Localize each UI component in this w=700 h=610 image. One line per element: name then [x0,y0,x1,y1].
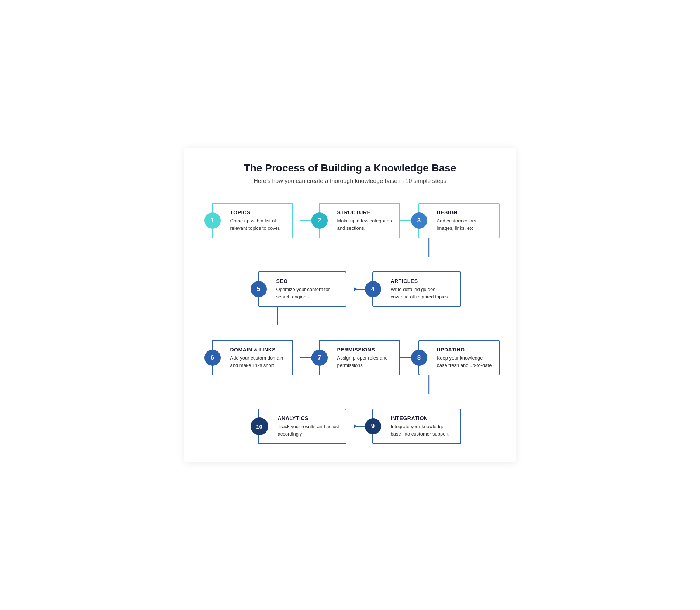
step-2-desc: Make up a few categories and sections. [337,217,393,232]
step-1-title: TOPICS [230,209,286,215]
badge-9: 9 [365,418,381,434]
row-2: 5 SEO Optimize your content for search e… [199,271,501,307]
step-card-3: 3 DESIGN Add custom colors, images, link… [418,203,500,238]
step-3-title: DESIGN [437,209,493,215]
page-title: The Process of Building a Knowledge Base [199,162,501,174]
step-5-title: SEO [276,278,340,284]
step-card-2: 2 STRUCTURE Make up a few categories and… [319,203,400,238]
badge-8: 8 [411,350,427,366]
header: The Process of Building a Knowledge Base… [199,162,501,184]
main-container: The Process of Building a Knowledge Base… [184,148,516,462]
step-card-9: 9 INTEGRATION Integrate your knowledge b… [372,409,461,444]
step-5-desc: Optimize your content for search engines [276,286,340,300]
step-card-5: 5 SEO Optimize your content for search e… [258,271,346,307]
step-10-title: ANALYTICS [278,415,340,421]
step-card-8: 8 UPDATING Keep your knowledge base fres… [418,340,500,375]
step-card-1: 1 TOPICS Come up with a list of relevant… [212,203,293,238]
step-9-desc: Integrate your knowledge base into custo… [391,423,454,437]
row-3: 6 DOMAIN & LINKS Add your custom domain … [199,340,501,375]
step-2-title: STRUCTURE [337,209,393,215]
step-10-desc: Track your results and adjust accordingl… [278,423,340,437]
step-8-title: UPDATING [437,347,493,353]
step-8-desc: Keep your knowledge base fresh and up-to… [437,354,493,369]
step-card-7: 7 PERMISSIONS Assign proper roles and pe… [319,340,400,375]
step-7-desc: Assign proper roles and permissions [337,354,393,369]
step-card-4: 4 ARTICLES Write detailed guides coverin… [372,271,461,307]
step-card-10: 10 ANALYTICS Track your results and adju… [258,409,346,444]
step-3-desc: Add custom colors, images, links, etc [437,217,493,232]
row-1: 1 TOPICS Come up with a list of relevant… [199,203,501,238]
step-6-title: DOMAIN & LINKS [230,347,286,353]
step-4-desc: Write detailed guides covering all requi… [391,286,454,300]
badge-1: 1 [204,212,221,229]
row-4: 10 ANALYTICS Track your results and adju… [199,409,501,444]
badge-7: 7 [311,350,328,366]
step-card-6: 6 DOMAIN & LINKS Add your custom domain … [212,340,293,375]
badge-5: 5 [251,281,267,297]
badge-10: 10 [251,417,268,435]
step-4-title: ARTICLES [391,278,454,284]
step-6-desc: Add your custom domain and make links sh… [230,354,286,369]
page-subtitle: Here's how you can create a thorough kno… [199,178,501,184]
diagram: 1 TOPICS Come up with a list of relevant… [199,203,501,444]
badge-6: 6 [204,350,221,366]
step-9-title: INTEGRATION [391,415,454,421]
badge-4: 4 [365,281,381,297]
step-1-desc: Come up with a list of relevant topics t… [230,217,286,232]
badge-2: 2 [311,212,328,229]
step-7-title: PERMISSIONS [337,347,393,353]
badge-3: 3 [411,212,427,229]
